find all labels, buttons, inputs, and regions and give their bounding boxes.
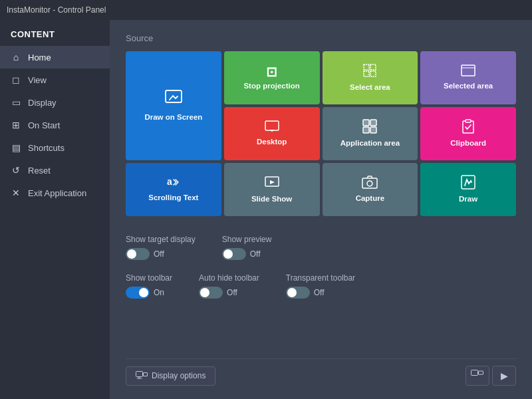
scrolling-text-button[interactable]: а Scrolling Text [126, 163, 221, 216]
show-preview-switch[interactable] [222, 248, 246, 260]
source-grid: ⊡ Stop projection Select area [126, 51, 516, 216]
onstart-icon: ⊞ [11, 120, 21, 130]
sidebar-header: CONTENT [0, 20, 110, 46]
svg-rect-3 [370, 71, 376, 76]
show-preview-state: Off [250, 249, 261, 259]
svg-rect-10 [363, 120, 369, 126]
slide-show-label: Slide Show [251, 195, 292, 204]
view-icon: ◻ [11, 74, 21, 85]
transparent-toolbar-switch[interactable] [286, 287, 310, 299]
sidebar-item-reset[interactable]: ↺ Reset [0, 159, 110, 182]
exit-icon: ✕ [11, 188, 21, 198]
sidebar-item-shortcuts[interactable]: ▤ Shortcuts [0, 136, 110, 159]
application-area-icon [362, 119, 377, 136]
toggle-row-1: Show target display Off Show preview Off [126, 235, 516, 260]
svg-text:а: а [167, 176, 172, 187]
show-toolbar-label: Show toolbar [126, 273, 172, 283]
sidebar-item-exit[interactable]: ✕ Exit Application [0, 182, 110, 204]
auto-hide-toolbar-item: Auto hide toolbar Off [199, 273, 259, 299]
draw-button[interactable]: Draw [420, 163, 516, 216]
source-label: Source [126, 33, 516, 43]
svg-rect-25 [471, 370, 478, 375]
svg-rect-1 [370, 65, 376, 70]
select-area-label: Select area [350, 83, 390, 92]
bottom-nav: ▶ [466, 366, 516, 386]
sidebar-item-reset-label: Reset [28, 166, 51, 176]
draw-label: Draw [459, 195, 477, 204]
sidebar-item-home-label: Home [28, 53, 51, 63]
nav-next-icon: ▶ [501, 370, 508, 381]
svg-rect-11 [370, 120, 376, 126]
display-options-label: Display options [152, 371, 205, 380]
selected-area-icon [461, 65, 475, 78]
sidebar-item-display[interactable]: ▭ Display [0, 91, 110, 114]
display-options-button[interactable]: Display options [126, 366, 215, 386]
slide-show-button[interactable]: Slide Show [224, 163, 320, 216]
sidebar-item-onstart-label: On Start [28, 120, 60, 130]
clipboard-button[interactable]: Clipboard [420, 107, 516, 160]
home-icon: ⌂ [11, 52, 21, 63]
transparent-toolbar-state: Off [314, 288, 325, 297]
show-target-display-switch[interactable] [126, 248, 150, 260]
show-preview-item: Show preview Off [222, 235, 272, 260]
bottom-bar: Display options ▶ [126, 358, 516, 386]
stop-projection-icon: ⊡ [266, 65, 277, 78]
draw-on-screen-icon [164, 89, 183, 110]
svg-rect-4 [462, 65, 475, 76]
application-area-button[interactable]: Application area [323, 107, 418, 160]
svg-rect-22 [144, 372, 148, 376]
draw-icon [461, 175, 475, 192]
shortcuts-icon: ▤ [11, 142, 21, 153]
stop-projection-button[interactable]: ⊡ Stop projection [224, 51, 320, 104]
sidebar-item-exit-label: Exit Application [28, 188, 86, 198]
show-target-display-item: Show target display Off [126, 235, 196, 260]
toggles-section: Show target display Off Show preview Off [126, 235, 516, 299]
capture-button[interactable]: Capture [323, 163, 418, 216]
svg-rect-21 [136, 371, 143, 376]
draw-on-screen-button[interactable]: Draw on Screen [126, 51, 221, 160]
scrolling-text-label: Scrolling Text [148, 194, 198, 203]
show-preview-control[interactable]: Off [222, 248, 272, 260]
slide-show-icon [265, 175, 279, 192]
sidebar-item-view[interactable]: ◻ View [0, 68, 110, 91]
stop-projection-label: Stop projection [243, 82, 299, 91]
desktop-icon [265, 120, 279, 134]
sidebar-item-view-label: View [28, 75, 47, 85]
application-area-label: Application area [340, 139, 400, 148]
show-target-display-label: Show target display [126, 235, 196, 244]
auto-hide-toolbar-state: Off [227, 288, 237, 297]
svg-rect-15 [466, 120, 471, 122]
auto-hide-toolbar-label: Auto hide toolbar [199, 273, 259, 283]
sidebar-item-home[interactable]: ⌂ Home [0, 46, 110, 68]
auto-hide-toolbar-control[interactable]: Off [199, 287, 259, 299]
svg-rect-0 [364, 65, 369, 70]
titlebar: InstaMonitor - Control Panel [0, 0, 532, 20]
capture-label: Capture [356, 194, 384, 203]
select-area-button[interactable]: Select area [323, 51, 418, 104]
monitor-button[interactable] [466, 366, 489, 386]
clipboard-icon [462, 119, 475, 136]
show-target-display-control[interactable]: Off [126, 248, 196, 260]
sidebar-item-onstart[interactable]: ⊞ On Start [0, 114, 110, 136]
sidebar-item-shortcuts-label: Shortcuts [28, 143, 65, 153]
capture-icon [362, 176, 378, 191]
draw-on-screen-label: Draw on Screen [144, 113, 202, 122]
auto-hide-toolbar-switch[interactable] [199, 287, 223, 299]
show-toolbar-switch[interactable] [126, 287, 150, 299]
toggle-row-2: Show toolbar On Auto hide toolbar Off Tr… [126, 273, 516, 299]
sidebar: CONTENT ⌂ Home ◻ View ▭ Display ⊞ On Sta… [0, 20, 110, 399]
selected-area-button[interactable]: Selected area [420, 51, 516, 104]
sidebar-item-display-label: Display [28, 98, 57, 108]
titlebar-label: InstaMonitor - Control Panel [7, 5, 106, 15]
show-target-display-state: Off [154, 249, 164, 259]
show-toolbar-item: Show toolbar On [126, 273, 172, 299]
svg-rect-2 [364, 71, 369, 76]
display-options-icon [136, 371, 148, 381]
nav-next-button[interactable]: ▶ [492, 366, 516, 386]
svg-rect-12 [363, 127, 369, 133]
desktop-button[interactable]: Desktop [224, 107, 320, 160]
reset-icon: ↺ [11, 165, 21, 176]
desktop-label: Desktop [257, 138, 287, 147]
show-toolbar-control[interactable]: On [126, 287, 172, 299]
transparent-toolbar-control[interactable]: Off [286, 287, 355, 299]
